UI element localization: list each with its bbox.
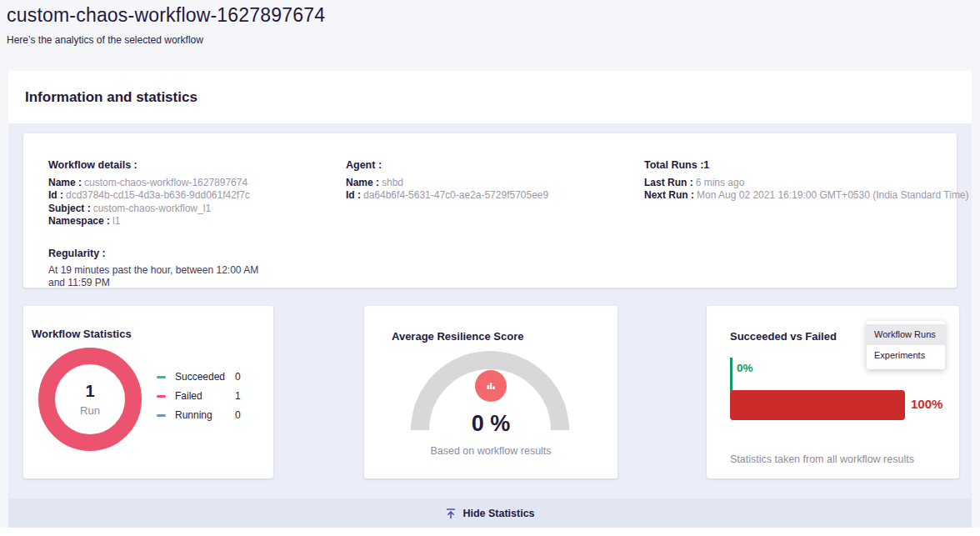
resilience-caption: Based on workflow results xyxy=(364,445,618,457)
regularity-heading: Regularity : xyxy=(48,248,332,259)
running-dash-icon xyxy=(157,414,166,417)
stats-source-dropdown-menu[interactable]: Workflow Runs Experiments xyxy=(867,321,945,369)
failed-percentage: 100% xyxy=(911,397,942,411)
failed-bar xyxy=(730,390,905,420)
agent-heading: Agent : xyxy=(346,159,629,171)
total-runs-heading: Total Runs :1 xyxy=(644,159,957,171)
detail-row: Last Run :6 mins ago xyxy=(644,177,957,189)
workflow-details-column: Workflow details : Name :custom-chaos-wo… xyxy=(48,133,332,290)
analytics-content: Information and statistics Workflow deta… xyxy=(8,71,972,528)
detail-row: Id :dcd3784b-cd15-4d3a-b636-9dd061f42f7c xyxy=(48,189,332,202)
resilience-score-value: 0 % xyxy=(364,411,618,437)
detail-row: Namespace :l1 xyxy=(48,215,332,228)
workflow-runs-donut-chart: 1 Run xyxy=(38,348,142,451)
run-count: 1 xyxy=(85,382,94,401)
statistics-panel: Workflow details : Name :custom-chaos-wo… xyxy=(8,123,972,498)
workflow-details-heading: Workflow details : xyxy=(48,159,332,171)
detail-row: Name :custom-chaos-workflow-1627897674 xyxy=(48,177,332,189)
donut-legend: Succeeded 0 Failed 1 Running 0 xyxy=(157,371,241,428)
vertical-align-top-icon xyxy=(445,508,457,519)
detail-row: Id :da64b6f4-5631-47c0-ae2a-5729f5705ee9 xyxy=(346,189,629,202)
succeeded-bar xyxy=(730,358,732,392)
workflow-statistics-card: Workflow Statistics 1 Run Succeeded 0 xyxy=(23,306,273,478)
detail-row: Name :shbd xyxy=(346,177,629,189)
regularity-text: At 19 minutes past the hour, between 12:… xyxy=(48,264,267,290)
section-header-band: Information and statistics xyxy=(8,71,972,123)
succeeded-vs-failed-card: Succeeded vs Failed Workflow Runs Experi… xyxy=(707,306,959,478)
detail-row: Subject :custom-chaos-workflow_l1 xyxy=(48,203,332,215)
detail-row: Next Run :Mon Aug 02 2021 16:19:00 GMT+0… xyxy=(644,189,957,202)
menu-item-experiments[interactable]: Experiments xyxy=(867,345,945,366)
resilience-score-title: Average Resilience Score xyxy=(392,330,524,343)
hide-statistics-label: Hide Statistics xyxy=(462,508,534,519)
menu-item-workflow-runs[interactable]: Workflow Runs xyxy=(867,324,945,345)
succeeded-dash-icon xyxy=(157,376,166,378)
succeeded-vs-failed-title: Succeeded vs Failed xyxy=(730,330,837,343)
total-runs-column: Total Runs :1 Last Run :6 mins ago Next … xyxy=(644,133,957,203)
run-count-label: Run xyxy=(80,404,100,417)
section-title: Information and statistics xyxy=(25,89,198,106)
failed-dash-icon xyxy=(157,395,166,398)
page-title: custom-chaos-workflow-1627897674 xyxy=(7,4,325,27)
hide-statistics-button[interactable]: Hide Statistics xyxy=(8,498,972,528)
bar-chart-icon xyxy=(475,370,507,402)
page-subtitle: Here’s the analytics of the selected wor… xyxy=(7,34,325,46)
page-header: custom-chaos-workflow-1627897674 Here’s … xyxy=(7,0,325,46)
agent-column: Agent : Name :shbd Id :da64b6f4-5631-47c… xyxy=(346,133,629,203)
resilience-score-card: Average Resilience Score 0 % Based on wo… xyxy=(364,306,618,478)
legend-item-running: Running 0 xyxy=(157,409,241,421)
info-card: Workflow details : Name :custom-chaos-wo… xyxy=(23,133,957,288)
donut-center: 1 Run xyxy=(38,348,142,451)
legend-item-succeeded: Succeeded 0 xyxy=(157,371,241,383)
workflow-statistics-title: Workflow Statistics xyxy=(32,328,132,340)
succeeded-vs-failed-caption: Statistics taken from all workflow resul… xyxy=(730,453,914,465)
succeeded-percentage: 0% xyxy=(737,362,753,374)
legend-item-failed: Failed 1 xyxy=(157,390,241,402)
bottom-strip xyxy=(0,528,980,536)
